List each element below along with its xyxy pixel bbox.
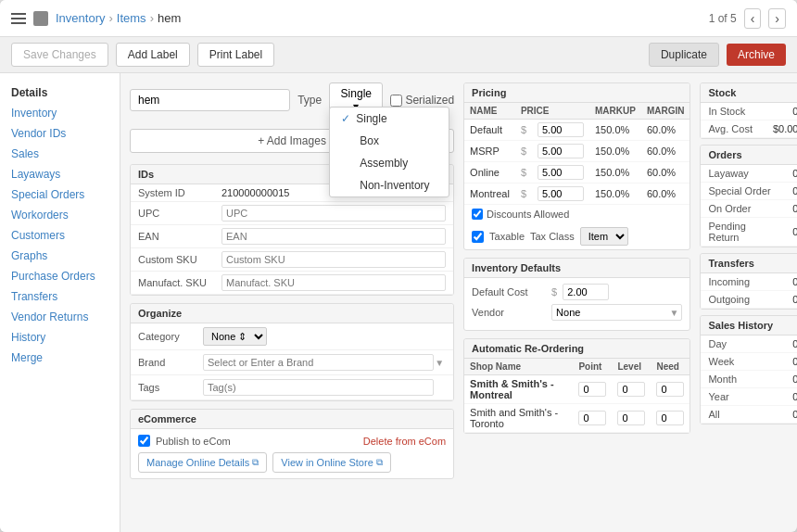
pricing-currency-online: $ (515, 162, 532, 184)
breadcrumb-part1[interactable]: Inventory (56, 11, 105, 25)
type-option-non-inventory[interactable]: Non-Inventory (330, 174, 449, 196)
pricing-price-default-input[interactable] (538, 122, 584, 137)
type-option-single[interactable]: ✓ Single (330, 108, 449, 130)
archive-button[interactable]: Archive (727, 44, 786, 66)
sales-history-header: Sales History (701, 316, 797, 336)
layaway-label: Layaway (701, 165, 785, 183)
table-row: Pending Return 0 (701, 218, 797, 247)
table-row: EAN (131, 225, 453, 248)
on-order-value: 0 (785, 200, 797, 218)
duplicate-button[interactable]: Duplicate (649, 43, 719, 67)
sidebar-item-inventory[interactable]: Inventory (0, 103, 120, 123)
sidebar-section-details: Details (0, 81, 120, 103)
type-selector[interactable]: Single ▾ ✓ Single Box (329, 82, 383, 118)
pricing-markup-msrp: 150.0% (589, 141, 641, 162)
taxable-checkbox[interactable] (472, 231, 484, 243)
name-input[interactable] (130, 89, 290, 111)
reorder-level-montreal-input[interactable] (617, 382, 645, 397)
category-select[interactable]: None ⇕ (203, 327, 267, 346)
pricing-margin-default: 60.0% (641, 120, 690, 141)
organize-section: Organize Category None ⇕ (130, 303, 454, 401)
table-row: Category None ⇕ (131, 323, 453, 350)
tax-row: Taxable Tax Class Item (464, 223, 689, 249)
table-row: Default $ 150.0% 60.0% (464, 120, 689, 141)
publish-ecom-checkbox[interactable] (138, 435, 150, 447)
custom-sku-label: Custom SKU (131, 248, 214, 272)
table-row: Layaway 0 (701, 165, 797, 183)
view-online-store-button[interactable]: View in Online Store ⧉ (272, 452, 390, 473)
pricing-currency-montreal: $ (515, 184, 532, 205)
breadcrumb-part2[interactable]: Items (117, 11, 146, 25)
reorder-need-montreal-input[interactable] (656, 382, 684, 397)
manufact-sku-label: Manufact. SKU (131, 272, 214, 295)
table-row: Year 0 (701, 388, 797, 406)
sidebar-item-workorders[interactable]: Workorders (0, 205, 120, 225)
inventory-defaults-header: Inventory Defaults (464, 259, 689, 278)
sidebar-item-vendor-returns[interactable]: Vendor Returns (0, 307, 120, 327)
pricing-markup-montreal: 150.0% (589, 184, 641, 205)
upc-input[interactable] (221, 205, 446, 222)
sidebar: Details Inventory Vendor IDs Sales Layaw… (0, 73, 120, 532)
sidebar-item-transfers[interactable]: Transfers (0, 286, 120, 307)
month-value: 0 (772, 371, 797, 388)
pricing-name-msrp: MSRP (464, 141, 515, 162)
serialized-checkbox[interactable] (390, 95, 402, 107)
external-link-icon: ⧉ (252, 457, 259, 468)
manage-online-details-button[interactable]: Manage Online Details ⧉ (138, 452, 267, 473)
outgoing-value: 0 (778, 291, 797, 309)
sidebar-item-purchase-orders[interactable]: Purchase Orders (0, 266, 120, 286)
pricing-markup-default: 150.0% (589, 120, 641, 141)
pricing-price-online-input[interactable] (538, 165, 584, 180)
vendor-select-wrapper: ▼ (551, 304, 682, 321)
orders-section: Orders Layaway 0 Special Order 0 (700, 145, 797, 247)
menu-icon[interactable] (11, 13, 26, 24)
pricing-col-margin: MARGIN (641, 103, 690, 120)
reorder-table: Shop Name Point Level Need Smith & Smith… (464, 359, 689, 433)
transfers-section: Transfers Incoming 0 Outgoing 0 (700, 253, 797, 310)
reorder-level-toronto-input[interactable] (617, 411, 645, 425)
tax-class-select[interactable]: Item (580, 227, 628, 246)
pricing-price-msrp-input[interactable] (538, 144, 584, 158)
reorder-point-toronto-input[interactable] (578, 411, 606, 425)
type-option-box[interactable]: Box (330, 130, 449, 152)
delete-from-ecom-link[interactable]: Delete from eCom (363, 436, 446, 447)
pricing-price-montreal-input[interactable] (538, 186, 584, 201)
sidebar-item-graphs[interactable]: Graphs (0, 246, 120, 266)
breadcrumb: Inventory > Items > hem Inventory › Item… (56, 11, 181, 25)
reorder-point-montreal-input[interactable] (578, 382, 606, 397)
sidebar-item-layaways[interactable]: Layaways (0, 164, 120, 184)
in-stock-value: 0 (763, 103, 797, 120)
table-row: Outgoing 0 (701, 291, 797, 309)
pricing-margin-montreal: 60.0% (641, 184, 690, 205)
save-changes-button[interactable]: Save Changes (11, 43, 108, 67)
ids-table: System ID 210000000015 UPC EAN (131, 184, 453, 295)
default-cost-row: Default Cost $ (472, 284, 682, 300)
type-option-single-label: Single (356, 112, 386, 125)
print-label-button[interactable]: Print Label (197, 43, 274, 67)
custom-sku-input[interactable] (221, 251, 446, 268)
prev-button[interactable]: ‹ (744, 8, 762, 29)
type-option-assembly[interactable]: Assembly (330, 152, 449, 174)
tags-input[interactable] (203, 379, 434, 396)
in-stock-label: In Stock (701, 103, 763, 120)
pricing-col-name: NAME (464, 103, 515, 120)
default-cost-input[interactable] (563, 284, 609, 300)
add-label-button[interactable]: Add Label (116, 43, 190, 67)
sidebar-item-special-orders[interactable]: Special Orders (0, 184, 120, 205)
sidebar-item-customers[interactable]: Customers (0, 225, 120, 246)
sidebar-item-merge[interactable]: Merge (0, 348, 120, 368)
manufact-sku-input[interactable] (221, 274, 446, 291)
layaway-value: 0 (785, 165, 797, 183)
brand-input[interactable] (203, 354, 434, 371)
next-button[interactable]: › (768, 8, 786, 29)
sidebar-item-sales[interactable]: Sales (0, 144, 120, 164)
reorder-need-toronto-input[interactable] (656, 411, 684, 425)
sidebar-item-history[interactable]: History (0, 327, 120, 348)
sidebar-item-vendor-ids[interactable]: Vendor IDs (0, 123, 120, 144)
app-icon (33, 11, 48, 26)
ean-input[interactable] (221, 228, 446, 245)
table-row: All 0 (701, 406, 797, 424)
discounts-checkbox[interactable] (472, 209, 483, 220)
vendor-input[interactable] (551, 304, 682, 321)
upc-label: UPC (131, 202, 214, 225)
